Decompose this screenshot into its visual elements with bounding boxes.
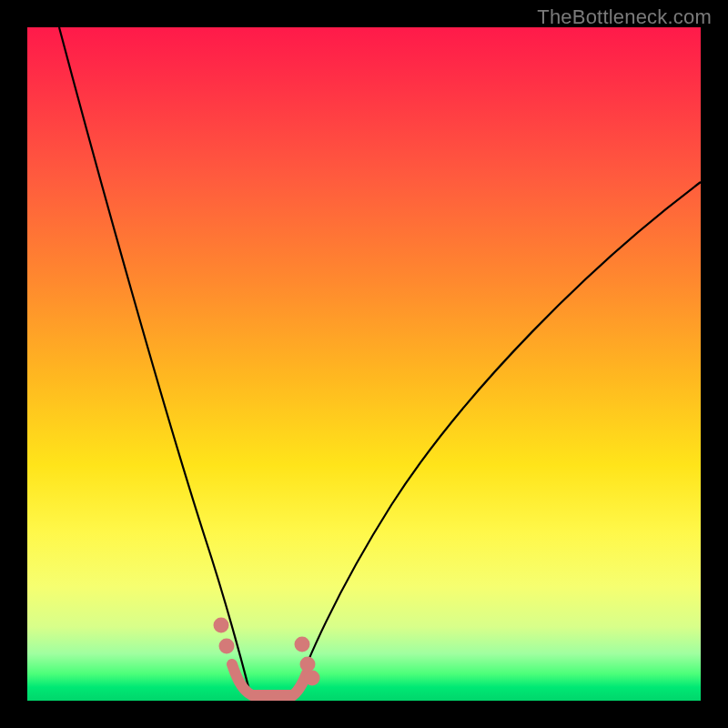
chart-stage: TheBottleneck.com bbox=[0, 0, 728, 728]
chart-overlay bbox=[27, 27, 701, 701]
marker-dot-right-upper bbox=[295, 637, 310, 652]
watermark-text: TheBottleneck.com bbox=[537, 5, 712, 29]
curve-right-branch bbox=[293, 182, 701, 701]
marker-dot-left-upper bbox=[214, 618, 229, 633]
curve-left-branch bbox=[59, 27, 252, 701]
marker-dot-left-lower bbox=[219, 639, 235, 654]
marker-dot-right-mid bbox=[300, 657, 316, 672]
marker-dot-right-lower bbox=[305, 671, 320, 686]
